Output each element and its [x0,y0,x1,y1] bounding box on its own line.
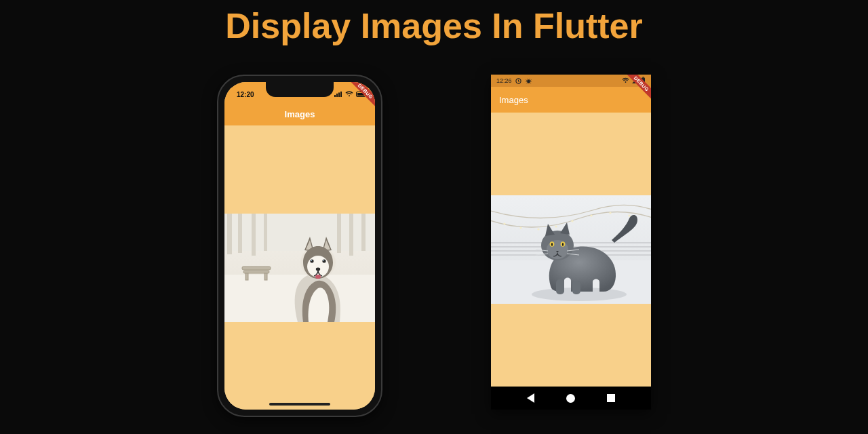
svg-point-35 [571,220,573,222]
svg-point-33 [537,228,539,230]
svg-rect-0 [334,95,336,97]
svg-rect-6 [227,214,232,254]
iphone-screen: DEBUG 12:20 Images [224,82,375,410]
svg-rect-15 [243,271,269,273]
clock-icon [515,77,522,84]
android-status-bar: 12:26 [491,75,651,87]
svg-rect-7 [238,214,242,253]
svg-rect-29 [643,77,644,78]
android-status-time: 12:26 [496,77,512,84]
svg-point-52 [562,243,564,246]
svg-point-36 [590,214,592,216]
android-appbar-title: Images [499,95,528,105]
android-body [491,113,651,387]
svg-point-21 [322,259,326,262]
ios-app-bar: Images [224,102,375,125]
ios-appbar-title: Images [285,109,315,119]
svg-rect-14 [242,267,271,270]
svg-point-23 [323,260,325,261]
svg-point-19 [307,256,329,277]
android-app-bar: Images [491,87,651,113]
svg-rect-1 [336,94,338,97]
svg-rect-16 [245,273,248,280]
svg-rect-45 [556,279,564,294]
svg-point-31 [503,222,505,224]
device-stage: DEBUG 12:20 Images [0,68,868,434]
nav-recents-icon[interactable] [607,394,615,402]
svg-rect-9 [264,214,267,251]
svg-point-34 [555,225,557,227]
ios-status-time: 12:20 [237,91,254,98]
svg-point-22 [311,260,313,261]
svg-point-48 [547,240,568,259]
svg-rect-8 [252,214,256,256]
page-title: Display Images In Flutter [0,5,868,46]
ios-image [224,214,375,322]
signal-icon [334,91,342,98]
svg-rect-11 [349,214,353,256]
bug-icon [526,77,532,84]
svg-point-32 [519,226,521,229]
wifi-icon [345,91,353,98]
svg-point-27 [527,79,530,83]
svg-rect-17 [264,273,267,280]
android-nav-bar [491,387,651,410]
svg-point-24 [316,267,320,271]
iphone-notch [266,82,334,97]
svg-point-51 [551,243,553,246]
svg-point-20 [310,259,313,262]
svg-rect-2 [338,92,340,97]
svg-point-37 [609,212,611,214]
iphone-device-frame: DEBUG 12:20 Images [217,75,382,417]
android-screen: DEBUG 12:26 [491,75,651,410]
svg-point-25 [315,275,321,279]
wifi-icon [622,77,629,85]
svg-rect-12 [361,214,366,251]
ios-body [224,125,375,410]
nav-back-icon[interactable] [527,393,534,403]
svg-rect-3 [340,92,342,97]
nav-home-icon[interactable] [566,394,575,403]
svg-point-38 [628,214,630,216]
android-device-frame: DEBUG 12:26 [491,75,651,410]
svg-rect-46 [572,281,580,294]
android-image [491,195,651,304]
ios-home-indicator [269,403,330,406]
svg-rect-10 [337,214,341,253]
